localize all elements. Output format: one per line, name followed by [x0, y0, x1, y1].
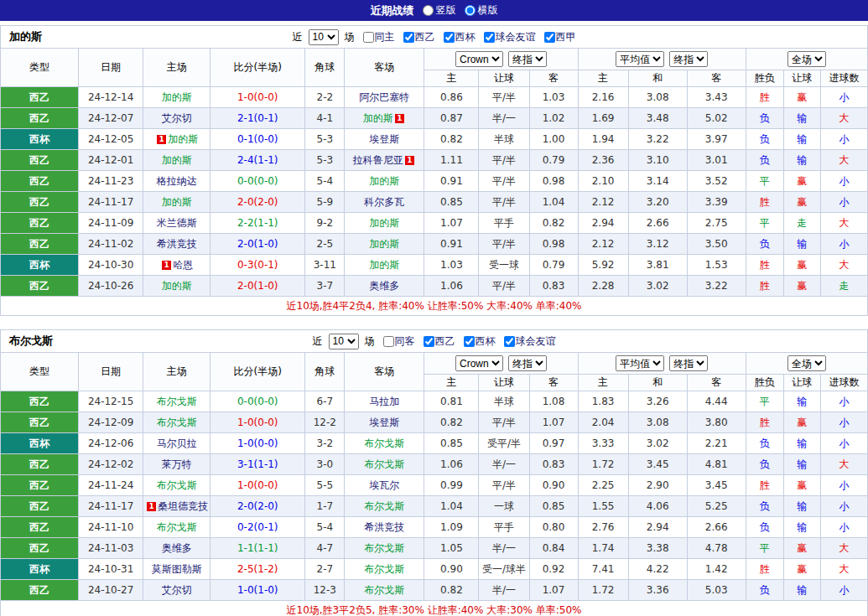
home-team[interactable]: 桑坦德竞技: [158, 500, 208, 512]
filter-checkbox-3[interactable]: 球会友谊: [484, 30, 536, 44]
avg-odds-select[interactable]: 平均值: [616, 355, 664, 371]
home-team[interactable]: 艾尔切: [162, 112, 192, 124]
home-team[interactable]: 格拉纳达: [157, 175, 197, 187]
away-team[interactable]: 科尔多瓦: [364, 196, 404, 208]
away-team[interactable]: 马拉加: [369, 396, 399, 407]
match-score[interactable]: 1-0(1-0): [237, 584, 278, 596]
avg-odds-select[interactable]: 平均值: [616, 51, 664, 67]
match-score[interactable]: 1-0(0-0): [237, 479, 278, 491]
away-team[interactable]: 布尔戈斯: [364, 542, 404, 554]
filter-checkbox-input-3[interactable]: [504, 336, 515, 347]
layout-radio-vertical[interactable]: 竖版: [423, 3, 456, 18]
filter-checkbox-0[interactable]: 同客: [383, 334, 415, 349]
filter-checkbox-input-0[interactable]: [383, 336, 394, 347]
away-team[interactable]: 布尔戈斯: [364, 500, 404, 512]
home-team[interactable]: 哈恩: [173, 259, 193, 271]
home-team[interactable]: 加的斯: [162, 196, 192, 208]
match-score[interactable]: 2-0(1-0): [237, 238, 278, 250]
away-team[interactable]: 布尔戈斯: [364, 563, 404, 575]
home-team[interactable]: 布尔戈斯: [157, 521, 197, 533]
odds-stage-select[interactable]: 终指: [508, 355, 547, 371]
match-row: 西杯24-12-06马尔贝拉1-0(0-0)3-2布尔戈斯0.85受平/半0.9…: [1, 433, 868, 454]
away-team[interactable]: 加的斯: [369, 238, 399, 250]
recent-count-select[interactable]: 10: [309, 29, 339, 45]
match-score[interactable]: 0-3(0-1): [237, 259, 278, 271]
away-team[interactable]: 加的斯: [363, 112, 393, 124]
league-badge: 西杯: [1, 129, 79, 150]
away-team[interactable]: 埃登斯: [369, 133, 399, 145]
layout-radio-horizontal[interactable]: 横版: [465, 3, 498, 18]
match-score[interactable]: 2-5(1-2): [237, 563, 278, 575]
match-score[interactable]: 2-0(2-0): [237, 196, 278, 208]
home-team[interactable]: 奥维多: [162, 542, 192, 554]
avg-stage-select[interactable]: 终指: [669, 51, 708, 67]
ah-home-odds: 0.87: [424, 108, 479, 129]
filter-checkbox-2[interactable]: 西杯: [444, 30, 476, 44]
match-score[interactable]: 0-0(0-0): [237, 175, 278, 187]
filter-checkbox-2[interactable]: 西杯: [464, 334, 496, 349]
match-score[interactable]: 2-1(0-1): [237, 112, 278, 124]
match-score[interactable]: 1-0(0-0): [237, 91, 278, 103]
result-outcome: 负: [746, 454, 783, 475]
home-team[interactable]: 布尔戈斯: [157, 396, 197, 407]
summary-text: 近10场,胜4平2负4, 胜率:40% 让胜率:50% 大率:40% 单率:40…: [1, 297, 868, 316]
filter-checkbox-input-4[interactable]: [544, 32, 555, 43]
filter-checkbox-input-2[interactable]: [444, 32, 455, 43]
odds-source-select[interactable]: Crown: [455, 355, 503, 371]
match-score[interactable]: 1-1(1-1): [237, 542, 278, 554]
away-team[interactable]: 布尔戈斯: [364, 458, 404, 470]
filter-checkbox-input-2[interactable]: [464, 336, 475, 347]
away-team[interactable]: 布尔戈斯: [364, 584, 404, 596]
match-score[interactable]: 0-1(0-0): [237, 133, 278, 145]
match-score[interactable]: 2-0(2-0): [237, 500, 278, 512]
layout-radio-vertical-input[interactable]: [423, 5, 434, 16]
home-team[interactable]: 加的斯: [162, 91, 192, 103]
filter-checkbox-input-1[interactable]: [424, 336, 434, 347]
filter-checkbox-input-1[interactable]: [403, 32, 414, 43]
odds-source-select[interactable]: Crown: [455, 51, 503, 67]
filter-checkbox-1[interactable]: 西乙: [403, 30, 435, 44]
home-team[interactable]: 莱万特: [162, 458, 192, 470]
away-team[interactable]: 布尔戈斯: [364, 437, 404, 449]
away-team[interactable]: 拉科鲁尼亚: [353, 154, 403, 166]
away-team[interactable]: 奥维多: [369, 280, 399, 292]
away-team[interactable]: 阿尔巴塞特: [359, 91, 409, 103]
league-badge: 西乙: [1, 87, 79, 108]
home-team[interactable]: 布尔戈斯: [157, 417, 197, 428]
match-score[interactable]: 1-0(0-0): [237, 417, 278, 428]
match-score[interactable]: 0-2(0-1): [237, 521, 278, 533]
home-team[interactable]: 加的斯: [168, 133, 198, 145]
away-team[interactable]: 加的斯: [369, 175, 399, 187]
home-team[interactable]: 艾尔切: [162, 584, 192, 596]
filter-checkbox-4[interactable]: 西甲: [544, 30, 576, 44]
filter-checkbox-input-3[interactable]: [484, 32, 495, 43]
filter-checkbox-0[interactable]: 同主: [363, 30, 395, 44]
home-team[interactable]: 加的斯: [162, 280, 192, 292]
filter-checkbox-input-0[interactable]: [363, 32, 374, 43]
home-team[interactable]: 米兰德斯: [157, 217, 197, 229]
home-team[interactable]: 布尔戈斯: [157, 479, 197, 491]
away-team[interactable]: 希洪竞技: [364, 521, 404, 533]
layout-radio-horizontal-input[interactable]: [465, 5, 476, 16]
home-team[interactable]: 马尔贝拉: [157, 437, 197, 449]
match-score[interactable]: 2-0(1-0): [237, 280, 278, 292]
away-team[interactable]: 埃登斯: [369, 417, 399, 428]
match-score[interactable]: 3-1(1-1): [237, 458, 278, 470]
match-scope-select[interactable]: 全场: [787, 51, 826, 67]
filter-checkbox-1[interactable]: 西乙: [424, 334, 455, 349]
match-score[interactable]: 0-0(0-0): [237, 396, 278, 407]
away-team[interactable]: 加的斯: [369, 259, 399, 271]
match-score[interactable]: 1-0(0-0): [237, 437, 278, 449]
away-team[interactable]: 加的斯: [369, 217, 399, 229]
avg-stage-select[interactable]: 终指: [669, 355, 708, 371]
home-team[interactable]: 莫斯图勒斯: [152, 563, 202, 575]
recent-count-select[interactable]: 10: [329, 334, 359, 349]
match-score[interactable]: 2-2(1-1): [237, 217, 278, 229]
away-team[interactable]: 埃瓦尔: [369, 479, 399, 491]
match-scope-select[interactable]: 全场: [787, 355, 826, 371]
home-team[interactable]: 加的斯: [162, 154, 192, 166]
filter-checkbox-3[interactable]: 球会友谊: [504, 334, 556, 349]
odds-stage-select[interactable]: 终指: [508, 51, 547, 67]
match-score[interactable]: 2-4(1-1): [237, 154, 278, 166]
home-team[interactable]: 希洪竞技: [157, 238, 197, 250]
